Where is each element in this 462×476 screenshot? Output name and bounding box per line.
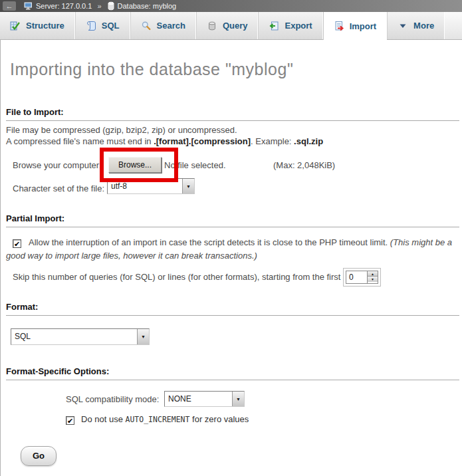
charset-label: Character set of the file:	[13, 183, 104, 193]
compression-help-text: File may be compressed (gzip, bzip2, zip…	[6, 124, 323, 147]
max-size-text: (Max: 2,048KiB)	[273, 160, 335, 170]
compression-line2-mid: . Example:	[251, 136, 294, 146]
sql-compat-select-value: NONE	[165, 392, 232, 406]
tab-more[interactable]: More	[387, 12, 445, 39]
section-heading-file-to-import: File to Import:	[6, 107, 459, 121]
sql-compat-label: SQL compatibility mode:	[66, 394, 159, 404]
page-title: Importing into the database "myblog"	[10, 60, 293, 79]
tab-sql[interactable]: SQL	[75, 12, 130, 39]
auto-increment-prefix: Do not use	[81, 414, 126, 424]
spinner-down-icon[interactable]	[368, 277, 378, 282]
tab-label: More	[413, 21, 434, 31]
tab-label: Export	[285, 21, 312, 31]
tab-query[interactable]: Query	[196, 12, 259, 39]
section-heading-format-options: Format-Specific Options:	[6, 366, 459, 380]
skip-queries-label: Skip this number of queries (for SQL) or…	[13, 272, 360, 282]
breadcrumb-database-label: Database: myblog	[118, 2, 177, 10]
server-icon	[24, 1, 33, 11]
breadcrumb-server-label: Server: 127.0.0.1	[36, 2, 92, 10]
tab-label: Import	[350, 21, 376, 31]
tab-label: Structure	[26, 21, 64, 31]
structure-icon	[10, 21, 21, 31]
tab-structure[interactable]: Structure	[0, 12, 75, 39]
page-content: Importing into the database "myblog" Fil…	[0, 40, 462, 476]
format-select[interactable]: SQL	[11, 328, 150, 345]
search-icon	[141, 21, 152, 31]
tab-search[interactable]: Search	[130, 12, 196, 39]
chevron-down-icon	[137, 329, 149, 344]
skip-queries-value[interactable]: 0	[346, 271, 367, 284]
auto-increment-suffix: for zero values	[189, 414, 249, 424]
tab-label: Query	[223, 21, 248, 31]
auto-increment-code: AUTO_INCREMENT	[126, 415, 190, 424]
charset-select-value: utf-8	[108, 179, 182, 193]
go-button[interactable]: Go	[21, 446, 57, 466]
breadcrumb-separator: »	[96, 2, 102, 10]
compression-format-pattern: .[format].[compression]	[154, 136, 251, 146]
compression-example: .sql.zip	[294, 136, 323, 146]
tab-label: Search	[157, 21, 185, 31]
skip-queries-input[interactable]: 0	[343, 268, 381, 287]
tab-import[interactable]: Import	[323, 12, 387, 40]
spinner	[367, 271, 378, 284]
no-file-selected-text: No file selected.	[164, 160, 226, 170]
sql-icon	[86, 21, 96, 31]
chevron-down-icon	[232, 392, 244, 406]
query-icon	[207, 21, 217, 31]
browse-button[interactable]: Browse...	[108, 157, 162, 173]
import-icon	[334, 21, 344, 31]
chevron-down-icon	[182, 179, 194, 193]
format-select-value: SQL	[11, 329, 137, 344]
compression-line1: File may be compressed (gzip, bzip2, zip…	[6, 125, 237, 135]
chevron-down-icon	[398, 21, 408, 31]
auto-increment-option: Do not use AUTO_INCREMENT for zero value…	[66, 414, 249, 425]
section-heading-format: Format:	[6, 302, 459, 316]
spinner-up-icon[interactable]	[368, 271, 378, 277]
partial-import-option: Allow the interruption of an import in c…	[6, 236, 457, 263]
tab-bar: Structure SQL Search Query Export Import…	[0, 12, 462, 40]
back-arrow-button[interactable]	[3, 1, 16, 11]
charset-select[interactable]: utf-8	[107, 178, 195, 194]
interrupt-import-label: Allow the interruption of an import in c…	[29, 237, 390, 247]
browse-computer-label: Browse your computer:	[13, 160, 102, 170]
export-icon	[269, 21, 279, 31]
breadcrumb-server[interactable]: Server: 127.0.0.1	[24, 1, 92, 11]
auto-increment-checkbox[interactable]	[66, 416, 74, 425]
breadcrumb-database[interactable]: Database: myblog	[107, 1, 177, 11]
sql-compat-select[interactable]: NONE	[164, 391, 245, 407]
section-heading-partial-import: Partial Import:	[6, 213, 459, 227]
database-icon	[107, 1, 115, 11]
tab-label: SQL	[102, 21, 120, 31]
tab-export[interactable]: Export	[258, 12, 322, 39]
compression-line2-prefix: A compressed file's name must end in	[6, 136, 154, 146]
breadcrumb-bar: Server: 127.0.0.1 » Database: myblog	[0, 0, 462, 12]
interrupt-import-checkbox[interactable]	[13, 239, 21, 248]
